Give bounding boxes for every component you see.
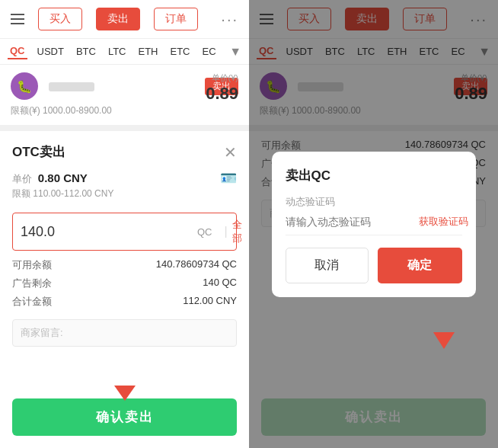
card-limit: 限额(¥) 1000.00-8900.00 xyxy=(11,104,238,117)
card-name-area xyxy=(46,79,197,93)
left-panel: 买入 卖出 订单 ··· QC USDT BTC LTC ETH ETC EC … xyxy=(0,0,249,448)
sheet-title: OTC卖出 xyxy=(12,143,65,161)
dynamic-code-input[interactable] xyxy=(286,216,419,228)
more-icon[interactable]: ··· xyxy=(221,11,238,28)
unit-label: 单价(¥) xyxy=(206,72,238,84)
tab-ec[interactable]: EC xyxy=(200,44,219,59)
tab-btc[interactable]: BTC xyxy=(74,44,98,59)
arrow-confirm-indicator xyxy=(429,325,458,357)
modal-dynamic-code-label: 动态验证码 xyxy=(286,195,462,209)
tab-etc[interactable]: ETC xyxy=(168,44,193,59)
tab-qc[interactable]: QC xyxy=(8,43,27,59)
svg-marker-0 xyxy=(114,386,136,401)
sheet-header: OTC卖出 ✕ xyxy=(12,143,237,161)
left-nav: 买入 卖出 订单 ··· xyxy=(0,0,249,39)
price-label: 单价 xyxy=(12,173,35,184)
avatar: 🐛 xyxy=(11,72,38,100)
modal-title: 卖出QC xyxy=(286,167,462,184)
left-tabs: QC USDT BTC LTC ETH ETC EC ▼ xyxy=(0,39,249,65)
order-button[interactable]: 订单 xyxy=(154,8,198,30)
merchant-note: 商家留言: xyxy=(12,319,237,347)
amount-row: QC | 全部 xyxy=(12,213,237,251)
ad-remain-value: 140 QC xyxy=(203,277,237,290)
total-value: 112.00 CNY xyxy=(183,295,237,309)
ad-remain-label: 广告剩余 xyxy=(12,277,52,290)
arrow-indicator xyxy=(111,378,139,408)
merchant-name-blur xyxy=(49,82,94,91)
available-value: 140.78609734 QC xyxy=(156,258,237,272)
right-panel: 买入 卖出 订单 ··· QC USDT BTC LTC ETH ETC EC … xyxy=(249,0,498,448)
svg-marker-1 xyxy=(433,332,455,349)
modal-input-row: 获取验证码 xyxy=(286,215,462,235)
tab-ltc[interactable]: LTC xyxy=(106,44,129,59)
close-icon[interactable]: ✕ xyxy=(224,145,237,160)
available-label: 可用余额 xyxy=(12,258,52,272)
left-trade-card: 🐛 卖出 单价(¥) 0.89 限额(¥) 1000.00-8900.00 xyxy=(0,65,249,125)
ad-remain-row: 广告剩余 140 QC xyxy=(12,277,237,290)
total-label: 合计金额 xyxy=(12,295,52,309)
overlay: 卖出QC 动态验证码 获取验证码 取消 确定 xyxy=(249,0,498,448)
modal-actions: 取消 确定 xyxy=(286,248,462,283)
sell-button[interactable]: 卖出 xyxy=(96,8,140,30)
unit-value: 0.89 xyxy=(206,84,238,104)
hamburger-icon[interactable] xyxy=(11,14,24,24)
arrow-down-icon xyxy=(111,378,139,405)
arrow-confirm-icon xyxy=(429,325,458,354)
available-row: 可用余额 140.78609734 QC xyxy=(12,258,237,272)
confirm-btn-wrap: 确认卖出 xyxy=(12,388,237,448)
card-icon: 🪪 xyxy=(220,170,237,187)
filter-icon[interactable]: ▼ xyxy=(229,45,241,59)
limit-value: 限额 110.00-112.00 CNY xyxy=(12,187,237,200)
amount-currency: QC xyxy=(197,226,212,238)
modal-cancel-button[interactable]: 取消 xyxy=(286,248,369,283)
left-sheet: OTC卖出 ✕ 🪪 单价 0.80 CNY 限额 110.00-112.00 C… xyxy=(0,131,249,448)
tab-usdt[interactable]: USDT xyxy=(35,44,66,59)
price-row: 🪪 单价 0.80 CNY 限额 110.00-112.00 CNY xyxy=(12,171,237,200)
tab-eth[interactable]: ETH xyxy=(136,44,161,59)
buy-button[interactable]: 买入 xyxy=(38,8,82,30)
get-code-button[interactable]: 获取验证码 xyxy=(419,215,468,229)
modal-card: 卖出QC 动态验证码 获取验证码 取消 确定 xyxy=(272,152,476,297)
price-value: 单价 0.80 CNY xyxy=(12,171,88,184)
total-row: 合计金额 112.00 CNY xyxy=(12,295,237,309)
amount-all-button[interactable]: 全部 xyxy=(232,218,242,245)
divider xyxy=(0,125,249,131)
unit-price-area: 单价(¥) 0.89 xyxy=(206,72,238,104)
amount-input[interactable] xyxy=(21,224,197,240)
modal-confirm-button[interactable]: 确定 xyxy=(378,248,462,283)
